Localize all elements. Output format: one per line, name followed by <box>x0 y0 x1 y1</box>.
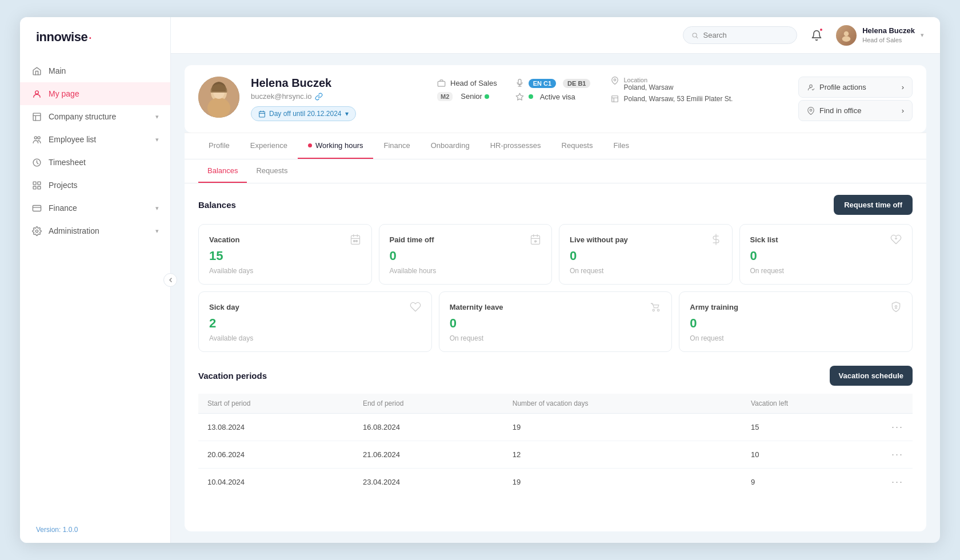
svg-rect-7 <box>33 186 36 189</box>
cell-end: 21.06.2024 <box>354 441 503 469</box>
profile-avatar-image <box>198 77 239 118</box>
senior-dot <box>485 94 489 99</box>
sidebar-item-administration-label: Administration <box>49 226 149 235</box>
location-block: Location Poland, Warsaw Poland, Warsaw, … <box>611 77 733 103</box>
profile-name: Helena Buczek <box>251 77 426 90</box>
cell-start: 10.04.2024 <box>198 469 354 496</box>
sidebar-item-employee-list-label: Employee list <box>49 135 149 144</box>
svg-marker-20 <box>516 93 523 100</box>
tab-profile[interactable]: Profile <box>198 133 240 159</box>
profile-actions-panel: Profile actions › Find in office › <box>798 77 913 121</box>
row-actions-button[interactable]: ··· <box>891 449 903 460</box>
find-in-office-button[interactable]: Find in office › <box>798 100 913 121</box>
tab-working-hours[interactable]: Working hours <box>298 133 374 159</box>
day-off-badge[interactable]: Day off until 20.12.2024 ▾ <box>251 106 356 121</box>
tab-requests[interactable]: Requests <box>551 133 603 159</box>
day-off-chevron: ▾ <box>345 110 349 118</box>
sidebar-item-my-page[interactable]: My page <box>20 82 170 105</box>
vacation-schedule-button[interactable]: Vacation schedule <box>830 366 913 386</box>
tab-finance-label: Finance <box>383 141 410 150</box>
svg-point-3 <box>37 136 39 138</box>
sidebar-item-employee-list[interactable]: Employee list ▾ <box>20 128 170 151</box>
svg-point-11 <box>693 33 697 37</box>
day-off-text: Day off until 20.12.2024 <box>269 110 342 118</box>
sidebar-collapse-button[interactable] <box>163 273 177 287</box>
profile-actions-button[interactable]: Profile actions › <box>798 77 913 98</box>
sidebar-item-company-structure-label: Company structure <box>49 112 149 121</box>
cell-dots[interactable]: ··· <box>882 441 913 469</box>
notification-button[interactable] <box>806 25 827 46</box>
sidebar-item-administration[interactable]: Administration ▾ <box>20 219 170 242</box>
shield-icon <box>890 301 902 313</box>
row-actions-button[interactable]: ··· <box>891 421 903 433</box>
sub-tab-balances[interactable]: Balances <box>198 159 247 183</box>
svg-rect-18 <box>259 111 265 117</box>
user-role: Head of Sales <box>862 36 915 44</box>
tab-hr-processes[interactable]: HR-prossesses <box>480 133 551 159</box>
profile-tabs-bar: Profile Experience Working hours Finance… <box>185 133 926 159</box>
job-title-text: Head of Sales <box>450 79 497 87</box>
tab-finance[interactable]: Finance <box>373 133 420 159</box>
loc-item-address: Poland, Warsaw, 53 Emilii Plater St. <box>611 95 733 103</box>
cell-dots[interactable]: ··· <box>882 414 913 441</box>
location-value: Poland, Warsaw <box>623 83 673 91</box>
request-time-off-button[interactable]: Request time off <box>834 195 913 215</box>
avatar <box>836 25 857 46</box>
sidebar-item-main[interactable]: Main <box>20 59 170 82</box>
chevron-icon: ▾ <box>155 205 159 212</box>
chevron-icon: ▾ <box>155 136 159 143</box>
sidebar-item-projects[interactable]: Projects <box>20 174 170 197</box>
sidebar-item-timesheet[interactable]: Timesheet <box>20 151 170 174</box>
sidebar-item-company-structure[interactable]: Company structure ▾ <box>20 105 170 128</box>
sub-tab-balances-label: Balances <box>207 166 238 175</box>
search-input[interactable] <box>703 31 789 39</box>
svg-rect-5 <box>33 182 36 185</box>
calendar-icon <box>258 110 266 118</box>
row-actions-button[interactable]: ··· <box>891 476 903 487</box>
profile-header-card: Helena Buczek buczek@hrsync.io Day off u… <box>185 65 926 133</box>
sick-list-value: 0 <box>750 249 902 263</box>
army-training-value: 0 <box>690 316 902 331</box>
balances-header: Balances Request time off <box>198 195 913 215</box>
user-info[interactable]: Helena Buczek Head of Sales ▾ <box>836 25 924 46</box>
users-icon <box>31 134 42 145</box>
svg-rect-19 <box>438 81 445 86</box>
vacation-periods-table: Start of period End of period Number of … <box>198 394 913 495</box>
logo: innowise· <box>20 17 170 55</box>
vacation-value: 15 <box>209 249 361 263</box>
dollar-icon <box>710 234 722 245</box>
tab-onboarding[interactable]: Onboarding <box>421 133 480 159</box>
grid-icon <box>31 180 42 190</box>
tab-files[interactable]: Files <box>603 133 639 159</box>
sub-tab-requests[interactable]: Requests <box>247 159 297 183</box>
svg-rect-28 <box>531 235 540 244</box>
cell-dots[interactable]: ··· <box>882 469 913 496</box>
meta-seniority: M2 Senior <box>437 92 497 101</box>
vacation-periods-header: Vacation periods Vacation schedule <box>198 366 913 386</box>
table-row: 13.08.2024 16.08.2024 19 15 ··· <box>198 414 913 441</box>
user-name: Helena Buczek <box>862 26 915 36</box>
home-icon <box>31 66 42 76</box>
meta-group-title: Head of Sales M2 Senior <box>437 79 497 101</box>
location-pin-icon <box>807 107 815 115</box>
balance-card-paid-time-off: Paid time off 0 Available hours <box>379 224 553 285</box>
user-icon <box>31 89 42 99</box>
tab-active-dot <box>308 143 312 147</box>
location-label: Location <box>623 77 673 83</box>
search-box[interactable] <box>683 26 797 44</box>
sub-tabs-bar: Balances Requests <box>185 159 926 183</box>
building-icon <box>31 111 42 122</box>
address-value: Poland, Warsaw, 53 Emilii Plater St. <box>623 95 733 103</box>
profile-actions-chevron: › <box>902 83 904 91</box>
sick-list-label: On request <box>750 267 902 275</box>
paid-time-off-icon <box>530 234 541 245</box>
sidebar-item-finance[interactable]: Finance ▾ <box>20 197 170 219</box>
col-start: Start of period <box>198 394 354 414</box>
sidebar-item-timesheet-label: Timesheet <box>49 158 159 167</box>
briefcase-icon <box>437 79 446 87</box>
notification-badge <box>819 27 823 32</box>
profile-meta: Head of Sales M2 Senior <box>437 77 787 103</box>
tab-experience[interactable]: Experience <box>240 133 298 159</box>
vacation-periods-title: Vacation periods <box>198 371 267 381</box>
svg-point-13 <box>842 36 851 42</box>
